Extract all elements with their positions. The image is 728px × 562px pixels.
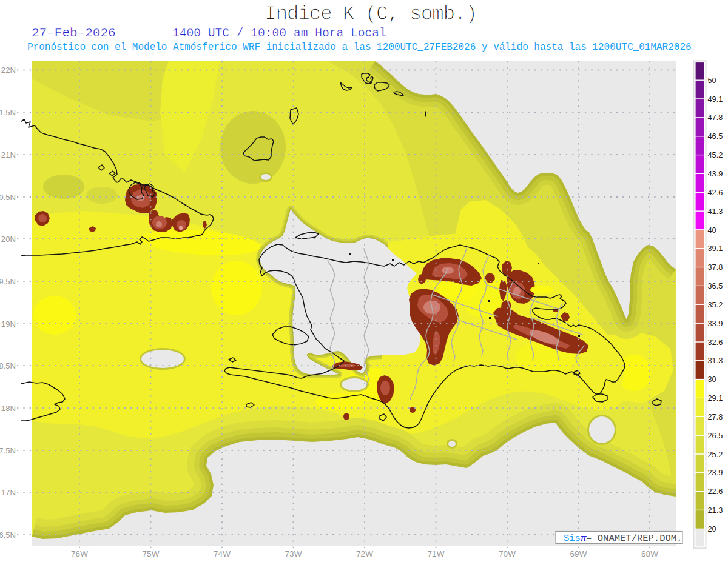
- svg-text:27.8: 27.8: [708, 412, 723, 421]
- svg-text:37.8: 37.8: [708, 263, 723, 272]
- svg-text:29.1: 29.1: [708, 393, 723, 403]
- svg-text:6.5N: 6.5N: [0, 530, 16, 540]
- svg-text:25.2: 25.2: [708, 450, 723, 459]
- svg-text:Sisπ– ONAMET/REP.DOM.: Sisπ– ONAMET/REP.DOM.: [564, 533, 682, 544]
- svg-text:22.6: 22.6: [708, 487, 723, 496]
- svg-text:36.5: 36.5: [708, 281, 723, 290]
- svg-text:31.3: 31.3: [708, 356, 723, 365]
- svg-text:19N: 19N: [1, 319, 16, 329]
- svg-text:23.9: 23.9: [708, 468, 723, 477]
- svg-text:76W: 76W: [71, 549, 88, 558]
- svg-text:49.1: 49.1: [708, 95, 723, 104]
- svg-text:9.5N: 9.5N: [0, 277, 16, 286]
- svg-text:20: 20: [708, 524, 716, 534]
- svg-text:50: 50: [708, 76, 716, 85]
- svg-text:Indice K (C, somb.): Indice K (C, somb.): [265, 3, 477, 25]
- svg-text:22N: 22N: [1, 65, 16, 75]
- svg-text:47.8: 47.8: [708, 113, 723, 122]
- svg-text:40: 40: [708, 226, 716, 235]
- svg-text:72W: 72W: [356, 549, 373, 558]
- svg-text:35.2: 35.2: [708, 300, 723, 309]
- svg-text:8.5N: 8.5N: [0, 361, 16, 370]
- svg-text:39.1: 39.1: [708, 244, 723, 253]
- svg-text:43.9: 43.9: [708, 169, 723, 178]
- svg-text:32.6: 32.6: [708, 338, 723, 347]
- svg-text:27–Feb–2026: 27–Feb–2026: [32, 26, 116, 40]
- svg-text:69W: 69W: [570, 549, 587, 558]
- svg-text:71W: 71W: [428, 549, 445, 558]
- svg-text:20N: 20N: [1, 235, 16, 244]
- svg-text:1400 UTC / 10:00 am Hora Local: 1400 UTC / 10:00 am Hora Local: [172, 27, 386, 40]
- svg-text:33.9: 33.9: [708, 319, 723, 328]
- svg-text:41.3: 41.3: [708, 207, 723, 216]
- svg-text:17N: 17N: [1, 488, 16, 497]
- svg-text:0.5N: 0.5N: [0, 193, 16, 202]
- svg-text:75W: 75W: [143, 549, 160, 558]
- svg-text:18N: 18N: [1, 404, 16, 413]
- svg-text:7.5N: 7.5N: [0, 446, 16, 455]
- svg-text:30: 30: [708, 375, 716, 384]
- svg-text:1.5N: 1.5N: [0, 108, 16, 117]
- svg-text:46.5: 46.5: [708, 132, 723, 141]
- svg-text:26.5: 26.5: [708, 431, 723, 440]
- svg-text:70W: 70W: [499, 549, 516, 558]
- svg-text:68W: 68W: [641, 549, 658, 558]
- svg-text:42.6: 42.6: [708, 188, 723, 197]
- svg-text:45.2: 45.2: [708, 150, 723, 159]
- svg-text:74W: 74W: [214, 549, 231, 558]
- svg-text:73W: 73W: [285, 549, 302, 558]
- svg-text:21.3: 21.3: [708, 506, 723, 515]
- svg-text:21N: 21N: [1, 150, 16, 159]
- svg-text:Pronóstico con el Modelo Atmós: Pronóstico con el Modelo Atmósferico WRF…: [27, 42, 692, 53]
